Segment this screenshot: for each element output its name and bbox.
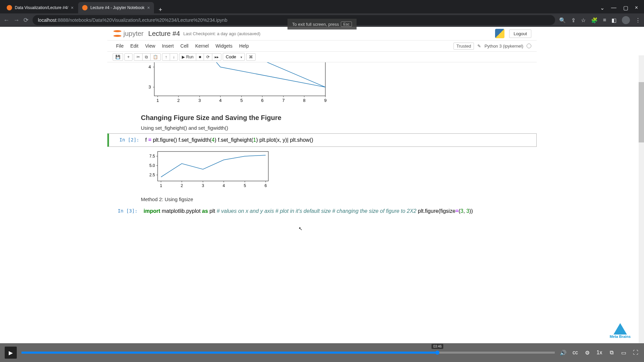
menu-file[interactable]: File <box>113 42 127 50</box>
pip-icon[interactable]: ⧉ <box>608 349 615 356</box>
section-subtext: Using set_figheight() and set_figwidth() <box>141 125 537 131</box>
paste-button[interactable]: 📋 <box>150 53 161 61</box>
cut-button[interactable]: ✂ <box>134 53 143 61</box>
search-icon[interactable]: 🔍 <box>559 17 566 23</box>
sidepanel-icon[interactable]: ◧ <box>611 17 616 23</box>
url-path: :8888/notebooks/Data%20Visualization/Lec… <box>56 17 227 23</box>
kernel-name[interactable]: Python 3 (ipykernel) <box>484 44 523 49</box>
edit-icon[interactable]: ✎ <box>477 44 481 49</box>
svg-rect-0 <box>154 62 325 96</box>
run-label: Run <box>186 55 194 59</box>
code-cell-3[interactable]: In [3]: import matplotlib.pyplot as plt … <box>107 205 537 218</box>
share-icon[interactable]: ⇪ <box>571 17 576 23</box>
maximize-icon[interactable]: ▢ <box>623 5 628 11</box>
jupyter-toolbar: 💾 + ✂ ⧉ 📋 ↑ ↓ ▶ Run ■ ⟳ ▸▸ Code <box>107 52 537 62</box>
jupyter-favicon <box>82 5 88 10</box>
new-tab-button[interactable]: + <box>155 6 166 13</box>
speed-icon[interactable]: 1x <box>596 349 603 356</box>
code-cell-2[interactable]: In [2]: f = plt.figure() f.set_figwidth(… <box>107 133 537 147</box>
trusted-badge[interactable]: Trusted <box>453 43 474 50</box>
menu-widgets[interactable]: Widgets <box>212 42 236 50</box>
menu-kernel[interactable]: Kernel <box>192 42 212 50</box>
svg-text:7: 7 <box>282 98 284 103</box>
logout-button[interactable]: Logout <box>509 29 531 38</box>
copy-button[interactable]: ⧉ <box>142 53 151 61</box>
section-heading: Changing Figure Size and Saving the Figu… <box>141 114 537 122</box>
menu-edit[interactable]: Edit <box>127 42 142 50</box>
fullscreen-icon[interactable]: ⛶ <box>632 349 639 356</box>
video-progress-thumb[interactable] <box>435 351 439 355</box>
browser-tab-1[interactable]: Lecture #4 - Jupyter Notebook × <box>78 2 154 13</box>
back-icon[interactable]: ← <box>3 17 9 24</box>
markdown-heading: Changing Figure Size and Saving the Figu… <box>107 114 537 131</box>
menu-help[interactable]: Help <box>236 42 252 50</box>
svg-text:3: 3 <box>149 84 151 89</box>
menu-insert[interactable]: Insert <box>159 42 177 50</box>
window-controls: ⌄ — ▢ × <box>600 2 641 13</box>
kernel-indicator-icon <box>527 44 531 48</box>
svg-text:4: 4 <box>149 64 151 69</box>
section-subtext-2: Method 2: Using figsize <box>141 196 537 202</box>
svg-text:6: 6 <box>265 183 267 188</box>
url-domain: localhost <box>38 17 56 23</box>
close-icon[interactable]: × <box>71 5 73 10</box>
checkpoint-text: Last Checkpoint: a day ago (autosaved) <box>183 31 261 36</box>
restart-button[interactable]: ⟳ <box>204 53 212 61</box>
reading-list-icon[interactable]: ≡ <box>603 17 606 23</box>
avatar[interactable] <box>622 16 630 24</box>
stop-button[interactable]: ■ <box>196 53 204 61</box>
vertical-scrollbar[interactable] <box>639 55 644 343</box>
save-button[interactable]: 💾 <box>113 53 123 61</box>
code-editor[interactable]: f = plt.figure() f.set_figwidth(4) f.set… <box>143 135 536 145</box>
bookmark-icon[interactable]: ☆ <box>581 17 586 23</box>
tab-title: Lecture #4 - Jupyter Notebook <box>90 5 144 10</box>
cell-prompt: In [2]: <box>109 135 143 145</box>
volume-icon[interactable]: 🔊 <box>559 349 567 356</box>
run-button[interactable]: ▶ Run <box>179 53 196 61</box>
minimize-icon[interactable]: — <box>611 5 616 11</box>
video-control-bar: ▶ 03:46 🔊 cc ⚙ 1x ⧉ ▭ ⛶ <box>0 343 644 362</box>
notebook-title[interactable]: Lecture #4 <box>148 30 180 38</box>
fullscreen-hint: To exit full screen, press Esc <box>287 19 357 29</box>
play-button[interactable]: ▶ <box>5 347 17 359</box>
reload-icon[interactable]: ⟳ <box>23 16 29 24</box>
svg-text:8: 8 <box>303 98 305 103</box>
theater-icon[interactable]: ▭ <box>620 349 627 356</box>
move-down-button[interactable]: ↓ <box>170 53 178 61</box>
markdown-method2: Method 2: Using figsize <box>107 196 537 202</box>
cell-output-plot-2: 7.5 5.0 2.5 1 2 3 4 5 6 <box>107 148 537 193</box>
svg-text:3: 3 <box>202 183 204 188</box>
add-cell-button[interactable]: + <box>124 53 132 61</box>
menu-view[interactable]: View <box>142 42 159 50</box>
jupyter-favicon <box>7 5 12 10</box>
settings-icon[interactable]: ⚙ <box>584 349 591 356</box>
close-window-icon[interactable]: × <box>635 5 638 11</box>
cell-type-select[interactable]: Code <box>223 53 245 61</box>
captions-icon[interactable]: cc <box>572 349 579 356</box>
command-palette-button[interactable]: ⌘ <box>246 53 256 61</box>
jupyter-logo[interactable]: jupyter <box>113 29 144 38</box>
browser-tab-0[interactable]: Data Visualization/Lecture #4/ × <box>3 2 77 13</box>
time-tooltip: 03:46 <box>432 344 443 349</box>
tab-title: Data Visualization/Lecture #4/ <box>15 5 68 10</box>
svg-text:2: 2 <box>181 183 183 188</box>
restart-run-all-button[interactable]: ▸▸ <box>212 53 221 61</box>
hint-text: To exit full screen, press <box>292 22 339 27</box>
close-icon[interactable]: × <box>147 5 150 10</box>
notebook-body[interactable]: 4 3 1 2 3 4 5 6 7 8 <box>107 62 537 232</box>
extensions-icon[interactable]: 🧩 <box>591 17 598 23</box>
plot-2: 7.5 5.0 2.5 1 2 3 4 5 6 <box>141 148 275 192</box>
tab-dropdown-icon[interactable]: ⌄ <box>600 5 604 11</box>
code-editor[interactable]: import matplotlib.pyplot as plt # values… <box>141 206 537 216</box>
python-logo-icon <box>495 29 504 38</box>
mouse-cursor: ↖ <box>299 226 303 231</box>
menu-icon[interactable]: ⋮ <box>635 17 641 23</box>
svg-text:4: 4 <box>223 183 225 188</box>
forward-icon[interactable]: → <box>13 17 19 24</box>
video-progress-track[interactable]: 03:46 <box>21 352 555 354</box>
scrollbar-thumb[interactable] <box>639 82 644 142</box>
menu-cell[interactable]: Cell <box>177 42 192 50</box>
svg-text:5: 5 <box>244 183 246 188</box>
svg-text:7.5: 7.5 <box>149 154 155 159</box>
move-up-button[interactable]: ↑ <box>162 53 170 61</box>
